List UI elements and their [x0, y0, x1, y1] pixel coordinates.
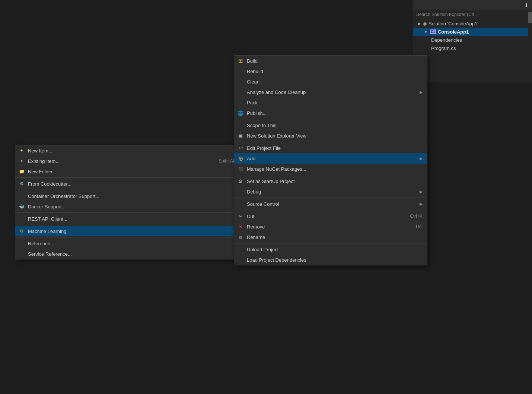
- cm-debug[interactable]: Debug ▶: [234, 186, 427, 197]
- ml-icon: ⚙: [18, 228, 25, 234]
- cm-publish[interactable]: 🌐 Publish...: [234, 108, 427, 118]
- cm-unload[interactable]: Unload Project: [234, 244, 427, 255]
- sub-service-reference[interactable]: Service Reference...: [15, 249, 245, 259]
- publish-icon: 🌐: [237, 110, 244, 116]
- se-scrollbar[interactable]: [528, 10, 532, 82]
- program-label: Program.cs: [431, 45, 456, 51]
- cm-sep-6: [234, 243, 427, 243]
- edit-project-icon: ↩: [237, 145, 244, 151]
- pack-icon: [237, 99, 244, 106]
- cm-sep-3: [234, 175, 427, 175]
- service-reference-icon: [18, 250, 25, 257]
- cm-load-deps[interactable]: Load Project Dependencies: [234, 255, 427, 265]
- cm-analyze[interactable]: Analyze and Code Cleanup ▶: [234, 87, 427, 97]
- cm-build[interactable]: ⊞ Build: [234, 56, 427, 66]
- remove-icon: ✕: [237, 223, 244, 230]
- sub-docker-label: Docker Support...: [28, 204, 241, 209]
- cookiecutter-icon: ⚙: [18, 180, 25, 187]
- sub-container-orch[interactable]: Container Orchestrator Support...: [15, 191, 245, 201]
- context-menu-add-sub: ✦ New Item... ✦ Existing Item... Shift+A…: [15, 145, 246, 259]
- se-tree: ▶ ◈ Solution 'ConsoleApp1' ▼ C# ConsoleA…: [413, 19, 532, 53]
- sub-cookiecutter[interactable]: ⚙ From Cookiecutter...: [15, 179, 245, 189]
- cm-analyze-label: Analyze and Code Cleanup: [247, 89, 417, 95]
- existing-item-icon: ✦: [18, 158, 25, 164]
- cm-edit-project[interactable]: ↩ Edit Project File: [234, 143, 427, 153]
- se-tree-program[interactable]: Program.cs: [413, 44, 532, 52]
- sub-reference-label: Reference...: [28, 241, 241, 246]
- sub-existing-item[interactable]: ✦ Existing Item... Shift+Alt+A: [15, 156, 245, 166]
- new-folder-icon: 📁: [18, 168, 25, 175]
- debug-icon: [237, 188, 244, 195]
- cm-rename[interactable]: ▤ Rename: [234, 232, 427, 242]
- cm-pack-label: Pack: [247, 100, 423, 105]
- cm-source-control[interactable]: Source Control ▶: [234, 199, 427, 209]
- sub-new-item[interactable]: ✦ New Item...: [15, 145, 245, 156]
- sub-reference[interactable]: Reference...: [15, 238, 245, 249]
- se-search: Search Solution Explorer (Ctr: [413, 10, 532, 19]
- cm-source-control-label: Source Control: [247, 201, 417, 207]
- solution-label: Solution 'ConsoleApp1': [429, 21, 478, 26]
- solution-icon: ◈: [423, 21, 427, 26]
- cm-remove[interactable]: ✕ Remove Del: [234, 221, 427, 232]
- sub-sep-3: [15, 212, 245, 213]
- sub-container-orch-label: Container Orchestrator Support...: [28, 193, 241, 199]
- cm-unload-label: Unload Project: [247, 247, 423, 252]
- cm-load-deps-label: Load Project Dependencies: [247, 257, 423, 263]
- cm-scope[interactable]: Scope to This: [234, 120, 427, 130]
- cm-remove-shortcut: Del: [416, 224, 423, 229]
- cm-startup[interactable]: ⚙ Set as StartUp Project: [234, 176, 427, 186]
- analyze-arrow: ▶: [420, 90, 423, 95]
- collapse-arrow-project: ▼: [424, 29, 428, 34]
- rename-icon: ▤: [237, 234, 244, 240]
- analyze-icon: [237, 89, 244, 95]
- se-toolbar-collapse-btn[interactable]: ⬇: [522, 1, 531, 9]
- cm-sep-5: [234, 210, 427, 210]
- cm-build-label: Build: [247, 58, 423, 64]
- sub-new-folder[interactable]: 📁 New Folder: [15, 166, 245, 177]
- debug-arrow: ▶: [420, 189, 423, 194]
- scope-icon: [237, 122, 244, 129]
- sub-ml[interactable]: ⚙ Machine Learning: [15, 226, 245, 236]
- cm-pack[interactable]: Pack: [234, 97, 427, 108]
- cm-new-view-label: New Solution Explorer View: [247, 133, 423, 139]
- sub-ml-label: Machine Learning: [28, 228, 241, 234]
- add-icon: ⊕: [237, 155, 244, 162]
- cm-nuget[interactable]: ⬛ Manage NuGet Packages...: [234, 164, 427, 174]
- cm-add[interactable]: ⊕ Add ▶: [234, 153, 427, 164]
- cm-cut-label: Cut: [247, 214, 407, 219]
- cm-edit-project-label: Edit Project File: [247, 145, 423, 151]
- cm-nuget-label: Manage NuGet Packages...: [247, 166, 423, 172]
- sub-new-folder-label: New Folder: [28, 169, 241, 174]
- se-tree-solution[interactable]: ▶ ◈ Solution 'ConsoleApp1': [413, 19, 532, 28]
- solution-explorer: ⬇ Search Solution Explorer (Ctr ▶ ◈ Solu…: [413, 0, 532, 82]
- cut-icon: ✂: [237, 213, 244, 220]
- se-tree-project[interactable]: ▼ C# ConsoleApp1: [413, 28, 532, 36]
- load-deps-icon: [237, 256, 244, 263]
- cm-sep-1: [234, 119, 427, 119]
- cm-clean-label: Clean: [247, 79, 423, 85]
- sub-docker[interactable]: 🐳 Docker Support...: [15, 201, 245, 212]
- rebuild-icon: [237, 68, 244, 75]
- clean-icon: [237, 78, 244, 85]
- sub-existing-item-label: Existing Item...: [28, 158, 216, 164]
- cm-rebuild[interactable]: Rebuild: [234, 66, 427, 76]
- cm-new-view[interactable]: ▣ New Solution Explorer View: [234, 130, 427, 141]
- nuget-icon: ⬛: [237, 166, 244, 172]
- cm-cut[interactable]: ✂ Cut Ctrl+X: [234, 211, 427, 221]
- collapse-arrow-solution: ▶: [418, 21, 421, 26]
- cm-scope-label: Scope to This: [247, 123, 423, 128]
- sub-rest-api-label: REST API Client...: [28, 216, 241, 222]
- new-view-icon: ▣: [237, 132, 244, 139]
- sub-rest-api[interactable]: REST API Client...: [15, 214, 245, 224]
- cm-remove-label: Remove: [247, 224, 413, 230]
- se-tree-dependencies[interactable]: Dependencies: [413, 36, 532, 44]
- project-label: ConsoleApp1: [438, 29, 469, 35]
- sub-service-reference-label: Service Reference...: [28, 251, 241, 257]
- cm-debug-label: Debug: [247, 189, 417, 195]
- cm-publish-label: Publish...: [247, 110, 423, 116]
- cm-clean[interactable]: Clean: [234, 76, 427, 87]
- cm-add-label: Add: [247, 156, 417, 161]
- source-control-arrow: ▶: [420, 202, 423, 207]
- docker-icon: 🐳: [18, 203, 25, 210]
- sub-sep-5: [15, 237, 245, 237]
